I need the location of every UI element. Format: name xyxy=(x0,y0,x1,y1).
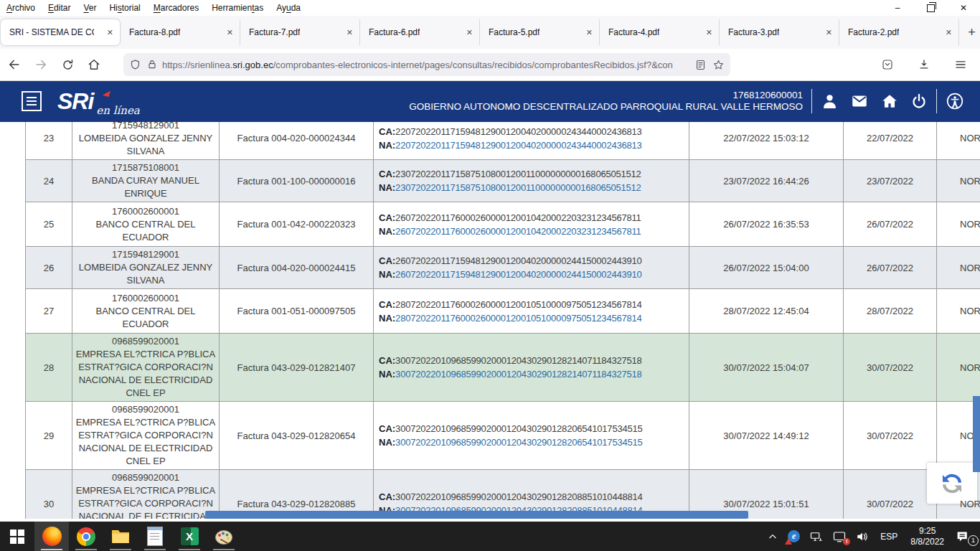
window-close-button[interactable]: ✕ xyxy=(947,0,980,16)
access-key: 2607202201171594812900120040200000244150… xyxy=(395,255,642,266)
reader-mode-icon[interactable] xyxy=(694,59,707,71)
row-number: 29 xyxy=(26,402,72,470)
vertical-scrollbar-thumb[interactable] xyxy=(973,396,980,472)
session-ruc: 1768120600001 xyxy=(409,90,803,101)
taskbar-excel[interactable]: X xyxy=(172,522,207,551)
tray-display-alert[interactable]: ! xyxy=(828,522,851,551)
tab-close-icon[interactable]: ✕ xyxy=(347,27,353,38)
downloads-button[interactable] xyxy=(912,52,936,77)
home-button[interactable] xyxy=(82,52,106,77)
browser-tab[interactable]: Factura-3.pdf ✕ xyxy=(720,19,839,45)
home-portal-button[interactable] xyxy=(880,92,899,110)
tab-close-icon[interactable]: ✕ xyxy=(107,27,113,38)
taskbar-clock[interactable]: 9:258/8/2022 xyxy=(904,522,951,551)
issue-date: 22/07/2022 xyxy=(844,117,937,160)
tab-title: SRI - SISTEMA DE COMP xyxy=(1,27,94,37)
menubar-item[interactable]: Historial xyxy=(103,1,146,14)
browser-tab[interactable]: Factura-5.pdf ✕ xyxy=(480,19,600,45)
browser-tab[interactable]: SRI - SISTEMA DE COMP ✕ xyxy=(1,19,120,45)
menubar-item[interactable]: Archivo xyxy=(0,1,42,14)
action-center-button[interactable]: 1 xyxy=(951,522,980,551)
tray-network[interactable] xyxy=(805,522,828,551)
bookmark-star-icon[interactable] xyxy=(712,59,725,71)
tab-close-icon[interactable]: ✕ xyxy=(706,27,712,38)
url-text[interactable]: https://srienlinea.sri.gob.ec/comprobant… xyxy=(162,60,689,70)
invoice-row[interactable]: 24 1715875108001 BANDA CURAY MANUEL ENRI… xyxy=(26,160,980,202)
browser-tab[interactable]: Factura-2.pdf ✕ xyxy=(839,19,959,45)
issue-date: 30/07/2022 xyxy=(844,334,937,402)
invoice-row[interactable]: 25 1760002600001 BANCO CENTRAL DEL ECUAD… xyxy=(26,202,980,247)
language-indicator[interactable]: ESP xyxy=(874,522,904,551)
tab-close-icon[interactable]: ✕ xyxy=(227,27,233,38)
invoice-row[interactable]: 29 0968599020001 EMPRESA EL?CTRICA P?BLI… xyxy=(26,402,980,470)
authorization-number-link[interactable]: 3007202201096859902000120430290128214071… xyxy=(395,369,642,380)
start-button[interactable] xyxy=(0,522,34,551)
reload-icon xyxy=(61,58,75,72)
authorization-number-link[interactable]: 2207202201171594812900120040200000243440… xyxy=(395,140,642,151)
browser-tab[interactable]: Factura-4.pdf ✕ xyxy=(600,19,720,45)
accessibility-button[interactable] xyxy=(946,92,964,110)
invoice-row[interactable]: 26 1715948129001 LOMBEIDA GONZALEZ JENNY… xyxy=(26,247,980,289)
new-tab-button[interactable]: + xyxy=(963,22,980,43)
tab-close-icon[interactable]: ✕ xyxy=(586,27,593,38)
taskbar-chrome[interactable] xyxy=(69,522,103,551)
issuer-name: EMPRESA EL?CTRICA P?BLICA ESTRAT?GICA CO… xyxy=(75,416,216,468)
window-restore-button[interactable] xyxy=(914,0,947,16)
logout-button[interactable] xyxy=(910,93,928,110)
authorization-number-link[interactable]: 2307202201171587510800120011000000000168… xyxy=(395,182,641,193)
lock-icon[interactable] xyxy=(146,59,158,70)
recaptcha-badge[interactable] xyxy=(927,463,977,504)
firefox-icon xyxy=(42,527,62,546)
recaptcha-icon xyxy=(938,470,966,497)
authorization-datetime: 30/07/2022 15:04:07 xyxy=(689,334,844,402)
tray-antivirus[interactable]: e xyxy=(783,522,805,551)
tray-expand-button[interactable] xyxy=(763,522,783,551)
address-bar[interactable]: https://srienlinea.sri.gob.ec/comprobant… xyxy=(123,53,730,76)
authorization-number-link[interactable]: 3007202201096859902000120430290128206541… xyxy=(395,437,642,448)
browser-tab[interactable]: Factura-8.pdf ✕ xyxy=(121,19,240,45)
notification-count-badge: 1 xyxy=(968,535,979,546)
file-explorer-icon xyxy=(111,529,130,545)
sri-sidebar-toggle[interactable] xyxy=(22,91,42,111)
invoice-row[interactable]: 27 1760002600001 BANCO CENTRAL DEL ECUAD… xyxy=(26,289,980,334)
tab-close-icon[interactable]: ✕ xyxy=(946,27,952,38)
issuer-cell: 1715948129001 LOMBEIDA GONZALEZ JENNY SI… xyxy=(72,247,220,289)
menubar-item[interactable]: Marcadores xyxy=(147,1,205,14)
horizontal-scrollbar-thumb[interactable] xyxy=(205,511,748,519)
tab-close-icon[interactable]: ✕ xyxy=(466,27,473,38)
forward-button[interactable] xyxy=(29,52,53,77)
app-menu-button[interactable] xyxy=(948,52,973,77)
browser-tab[interactable]: Factura-7.pdf ✕ xyxy=(240,19,360,45)
menubar-item[interactable]: Herramientas xyxy=(205,1,270,14)
access-key: 3007202201096859902000120430290128208851… xyxy=(395,491,642,502)
invoice-row[interactable]: 28 0968599020001 EMPRESA EL?CTRICA P?BLI… xyxy=(26,334,980,402)
invoice-row[interactable]: 23 1715948129001 LOMBEIDA GONZALEZ JENNY… xyxy=(26,117,980,160)
back-button[interactable] xyxy=(2,52,27,77)
authorization-datetime: 30/07/2022 14:49:12 xyxy=(689,402,844,470)
taskbar-paint[interactable] xyxy=(207,522,241,551)
messages-button[interactable] xyxy=(850,92,869,110)
tracking-shield-icon[interactable] xyxy=(129,59,141,71)
taskbar-notepad[interactable] xyxy=(138,522,172,551)
window-minimize-button[interactable]: – xyxy=(881,0,914,16)
reload-button[interactable] xyxy=(55,52,80,77)
windows-taskbar: X e ! ESP 9:258/ xyxy=(0,522,980,551)
menubar-item[interactable]: Ayuda xyxy=(270,1,307,14)
authorization-number-link[interactable]: 2607202201171594812900120040200000244150… xyxy=(395,269,642,280)
pocket-button[interactable] xyxy=(875,52,900,77)
authorization-keys-cell: CA:2207202201171594812900120040200000243… xyxy=(374,117,689,160)
authorization-number-link[interactable]: 2807202201176000260000120010510000975051… xyxy=(395,313,642,324)
authorization-keys-cell: CA:2607202201171594812900120040200000244… xyxy=(374,247,689,289)
authorization-number-link[interactable]: 2607202201176000260000120010420002203231… xyxy=(395,226,641,237)
browser-tab[interactable]: Factura-6.pdf ✕ xyxy=(360,19,480,45)
tab-close-icon[interactable]: ✕ xyxy=(826,27,832,38)
user-icon xyxy=(821,93,839,110)
tray-volume[interactable] xyxy=(851,522,874,551)
menubar-item[interactable]: Ver xyxy=(77,1,103,14)
menubar-item[interactable]: Editar xyxy=(42,1,77,14)
access-key: 2807202201176000260000120010510000975051… xyxy=(395,299,642,310)
user-profile-button[interactable] xyxy=(821,93,839,110)
taskbar-firefox[interactable] xyxy=(34,522,69,551)
access-key: 3007202201096859902000120430290128206541… xyxy=(395,423,642,434)
taskbar-file-explorer[interactable] xyxy=(103,522,138,551)
